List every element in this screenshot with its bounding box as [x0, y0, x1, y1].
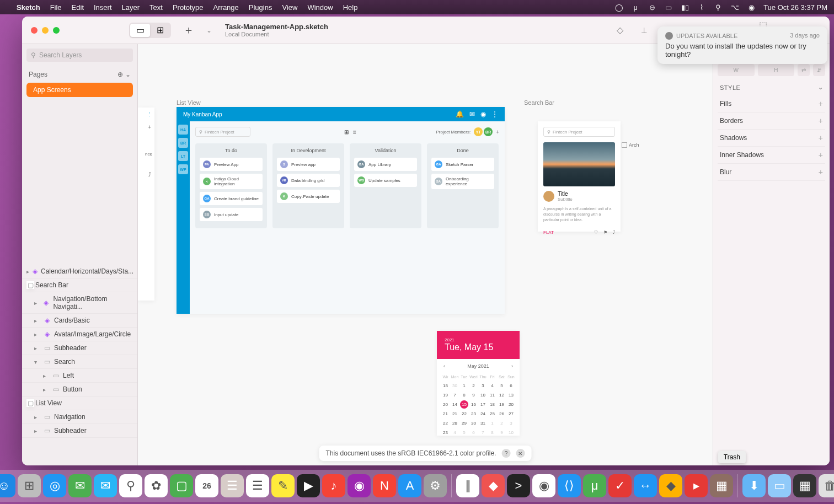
add-button[interactable]: + — [819, 99, 823, 108]
dock-app1[interactable]: ▸ — [685, 474, 708, 497]
disclosure-icon[interactable]: ▸ — [26, 269, 29, 275]
dock-settings[interactable]: ⚙ — [424, 474, 447, 497]
menubar-clock[interactable]: Tue Oct 26 3:37 PM — [763, 3, 827, 12]
dock-parallels[interactable]: ∥ — [456, 474, 479, 497]
minimize-button[interactable] — [42, 27, 49, 34]
dock-todoist[interactable]: ✓ — [608, 474, 632, 497]
style-section[interactable]: Fills+ — [718, 95, 825, 112]
menu-prototype[interactable]: Prototype — [173, 3, 204, 12]
notification[interactable]: UPDATES AVAILABLE 3 days ago Do you want… — [657, 26, 827, 64]
display-icon[interactable]: ▭ — [664, 3, 673, 12]
add-button[interactable]: + — [819, 116, 823, 125]
style-section[interactable]: Blur+ — [718, 164, 825, 181]
disclosure-icon[interactable]: ▸ — [43, 387, 49, 393]
dock-appstore[interactable]: A — [398, 474, 421, 497]
dock-anydesk[interactable]: ◆ — [482, 474, 505, 497]
battery-icon[interactable]: ▮▯ — [681, 3, 689, 12]
close-button[interactable] — [31, 27, 38, 34]
add-button[interactable]: + — [819, 168, 823, 176]
wifi-icon[interactable]: ⌇ — [697, 3, 706, 12]
layer-row[interactable]: ▸▭Subheader — [22, 424, 137, 438]
disclosure-icon[interactable]: ▸ — [34, 331, 40, 337]
dock-reminders[interactable]: ☰ — [246, 474, 269, 497]
dock-photos[interactable]: ✿ — [145, 474, 168, 497]
menu-layer[interactable]: Layer — [122, 3, 140, 12]
disclosure-icon[interactable]: ▸ — [43, 373, 49, 379]
flip-h-icon[interactable]: ⇄ — [798, 64, 810, 76]
style-section[interactable]: Shadows+ — [718, 130, 825, 147]
layer-row[interactable]: ▸◈Calendar/Horizontal/Days/Sta... — [22, 265, 137, 278]
add-button[interactable]: + — [819, 151, 823, 159]
banner-help-button[interactable]: ? — [501, 449, 510, 458]
dock-downloads[interactable]: ⬇ — [742, 474, 766, 497]
creativecloud-icon[interactable]: ◯ — [614, 3, 623, 12]
layer-row[interactable]: ▸▭Navigation — [22, 410, 137, 424]
insert-dropdown[interactable]: ⌄ — [206, 26, 212, 34]
add-page-button[interactable]: ⊕ — [117, 71, 123, 78]
insert-button[interactable]: ＋ — [180, 22, 197, 39]
menu-plugins[interactable]: Plugins — [249, 3, 272, 12]
spotlight-icon[interactable]: ⚲ — [714, 3, 723, 12]
menu-window[interactable]: Window — [307, 3, 333, 12]
dock-utorrent[interactable]: μ — [583, 474, 606, 497]
menu-edit[interactable]: Edit — [72, 3, 84, 12]
fullscreen-button[interactable] — [53, 27, 60, 34]
search-layers-input[interactable]: ⚲ Search Layers — [26, 49, 133, 62]
dock-tv[interactable]: ▶ — [297, 474, 320, 497]
dock-terminal[interactable]: > — [507, 474, 530, 497]
menu-view[interactable]: View — [282, 3, 297, 12]
layers-view-button[interactable]: ▭ — [130, 24, 150, 37]
donotdisturb-icon[interactable]: ⊖ — [648, 3, 656, 12]
dock-music[interactable]: ♪ — [322, 474, 345, 497]
canvas[interactable]: ⋮ + nce ⤴ List View My Kanban App 🔔 ✉ ◉ … — [138, 44, 713, 465]
disclosure-icon[interactable]: ▸ — [34, 300, 39, 306]
artboard-label-searchbar[interactable]: Search Bar — [524, 99, 554, 106]
siri-icon[interactable]: ◉ — [747, 3, 756, 12]
utorrent-icon[interactable]: μ — [631, 3, 640, 12]
banner-close-button[interactable]: ✕ — [516, 449, 525, 458]
dock-facetime[interactable]: ▢ — [170, 474, 193, 497]
dock-app3[interactable]: ▦ — [793, 474, 816, 497]
layer-row[interactable]: ▾▭Search — [22, 355, 137, 369]
dock-mail[interactable]: ✉ — [94, 474, 117, 497]
style-collapse-icon[interactable]: ⌄ — [818, 84, 824, 91]
partial-artboard[interactable]: ⋮ + nce ⤴ — [138, 108, 154, 301]
controlcenter-icon[interactable]: ⌥ — [730, 3, 739, 12]
searchbar-artboard[interactable]: ⚲ Fintech Project Title Subtitle A parag… — [538, 121, 621, 232]
dock-teamviewer[interactable]: ↔ — [634, 474, 657, 497]
disclosure-icon[interactable]: ▸ — [34, 345, 40, 351]
dock-notes[interactable]: ✎ — [271, 474, 295, 497]
dock-chrome[interactable]: ◉ — [532, 474, 555, 497]
style-section[interactable]: Inner Shadows+ — [718, 147, 825, 164]
dock-sketch[interactable]: ◆ — [659, 474, 682, 497]
collapse-pages-button[interactable]: ⌄ — [125, 71, 131, 78]
dock-messages[interactable]: ✉ — [68, 474, 92, 497]
dock-news[interactable]: N — [373, 474, 396, 497]
layer-row[interactable]: ▸◈Avatar/Image/Large/Circle — [22, 328, 137, 341]
dock-folder[interactable]: ▭ — [768, 474, 791, 497]
app-menu[interactable]: Sketch — [17, 3, 40, 12]
flip-v-icon[interactable]: ⇵ — [813, 64, 825, 76]
w-field[interactable]: W — [718, 64, 755, 76]
dock-trash[interactable]: 🗑 — [819, 474, 834, 497]
menu-insert[interactable]: Insert — [94, 3, 112, 12]
menu-file[interactable]: File — [50, 3, 62, 12]
disclosure-icon[interactable]: ▸ — [34, 318, 40, 324]
layer-row[interactable]: ▾▢List View — [22, 396, 137, 410]
dock-vscode[interactable]: ⟨⟩ — [558, 474, 581, 497]
layer-row[interactable]: ▸◈Navigation/Bottom Navigati... — [22, 292, 137, 314]
layer-row[interactable]: ▸▭Button — [22, 383, 137, 396]
disclosure-icon[interactable]: ▸ — [34, 428, 40, 434]
dock-calendar[interactable]: 26 — [195, 474, 218, 497]
artboard-label-listview[interactable]: List View — [177, 99, 201, 106]
dock-safari[interactable]: ◎ — [43, 474, 66, 497]
dock-finder[interactable]: ☺ — [0, 474, 15, 497]
h-field[interactable]: H — [758, 64, 795, 76]
align-icon[interactable]: ⟂ — [638, 24, 651, 37]
menu-arrange[interactable]: Arrange — [213, 3, 239, 12]
dock-maps[interactable]: ⚲ — [119, 474, 142, 497]
layer-row[interactable]: ▸◈Cards/Basic — [22, 314, 137, 328]
listview-artboard[interactable]: My Kanban App 🔔 ✉ ◉ ⋮ HABRLTWP ⚲ — [177, 107, 505, 314]
symbol-icon[interactable]: ◇ — [613, 24, 627, 37]
layer-row[interactable]: ▸▭Left — [22, 369, 137, 383]
